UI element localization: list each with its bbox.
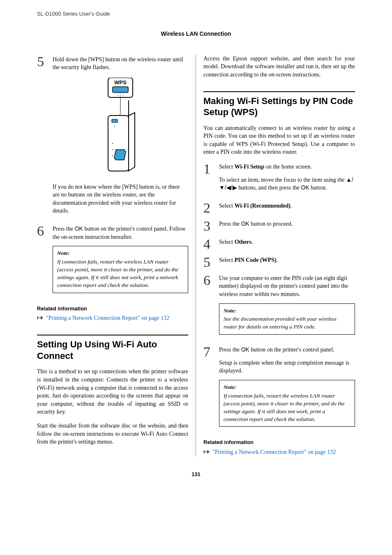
note-box: Note: If connection fails, restart the w…	[219, 380, 355, 427]
step-1: 1 Select Wi‑Fi Setup on the home screen.…	[203, 162, 355, 197]
step-number: 6	[203, 273, 219, 341]
step-number: 6	[37, 224, 53, 299]
page: SL-D1000 Series User's Guide Wireless LA…	[0, 0, 392, 490]
ok-button-label: OK	[241, 220, 249, 227]
pointer-icon	[203, 449, 211, 457]
step-text: To select an item, move the focus to the…	[219, 176, 355, 192]
related-info-heading: Related information	[203, 439, 355, 446]
svg-marker-18	[114, 150, 126, 160]
svg-marker-14	[129, 113, 135, 171]
step-number: 2	[203, 201, 219, 215]
left-column: 5 Hold down the [WPS] button on the wire…	[37, 55, 196, 456]
note-label: Note:	[224, 307, 350, 315]
svg-rect-1	[113, 87, 128, 92]
page-number: 131	[37, 471, 355, 478]
svg-point-15	[112, 143, 113, 144]
step-text: If you do not know where the [WPS] butto…	[53, 183, 188, 215]
step-2: 2 Select Wi‑Fi (Recommended).	[203, 201, 355, 215]
svg-line-7	[122, 94, 123, 95]
step-5: 5 Select PIN Code (WPS).	[203, 255, 355, 269]
step-text: Press the OK button on the printer's con…	[53, 225, 188, 241]
step-3: 3 Press the OK button to proceed.	[203, 219, 355, 233]
note-text: See the documentation provided with your…	[224, 316, 337, 330]
step-text: Hold down the [WPS] button on the wirele…	[53, 56, 188, 72]
ok-button-label: OK	[75, 225, 83, 232]
step-7: 7 Press the OK button on the printer's c…	[203, 345, 355, 433]
step-text: Select Wi‑Fi Setup on the home screen.	[219, 163, 355, 171]
step-body: Press the OK button on the printer's con…	[219, 345, 355, 433]
svg-point-12	[114, 126, 115, 127]
wps-router-figure: WPS	[53, 78, 188, 175]
step-4: 4 Select Others.	[203, 237, 355, 251]
ok-button-label: OK	[301, 184, 309, 191]
step-6: 6 Use your computer to enter the PIN cod…	[203, 273, 355, 341]
two-column-layout: 5 Hold down the [WPS] button on the wire…	[37, 55, 355, 456]
pointer-icon	[37, 314, 44, 323]
step-body: Press the OK button to proceed.	[219, 219, 355, 233]
step-body: Select Others.	[219, 237, 355, 251]
svg-point-17	[112, 155, 113, 157]
svg-line-6	[118, 94, 119, 95]
running-head: SL-D1000 Series User's Guide	[37, 10, 355, 18]
note-text: If connection fails, restart the wireles…	[57, 259, 178, 288]
section-heading: Setting Up Using Wi‑Fi Auto Connect	[37, 335, 188, 361]
section-heading: Making Wi‑Fi Settings by PIN Code Setup …	[203, 91, 355, 118]
svg-rect-10	[108, 116, 129, 171]
step-number: 5	[203, 255, 219, 269]
body-paragraph: Start the installer from the software di…	[37, 422, 188, 446]
body-paragraph: Access the Epson support website, and th…	[203, 55, 355, 79]
step-6: 6 Press the OK button on the printer's c…	[37, 224, 188, 299]
step-text: Select Wi‑Fi (Recommended).	[219, 202, 355, 210]
note-box: Note: If connection fails, restart the w…	[53, 246, 188, 293]
related-link-row: "Printing a Network Connection Report" o…	[37, 314, 188, 323]
step-number: 3	[203, 219, 219, 233]
note-box: Note: See the documentation provided wit…	[219, 303, 355, 335]
step-body: Select Wi‑Fi (Recommended).	[219, 201, 355, 215]
body-paragraph: You can automatically connect to an wire…	[203, 124, 355, 156]
step-text: Select Others.	[219, 238, 355, 246]
step-body: Select Wi‑Fi Setup on the home screen. T…	[219, 162, 355, 197]
step-text: Select PIN Code (WPS).	[219, 256, 355, 264]
svg-point-16	[112, 149, 113, 150]
svg-point-2	[120, 95, 121, 96]
wps-label: WPS	[114, 79, 127, 86]
related-link[interactable]: "Printing a Network Connection Report" o…	[46, 315, 169, 321]
note-label: Note:	[224, 384, 350, 391]
step-number: 4	[203, 237, 219, 251]
step-number: 7	[203, 345, 219, 433]
step-body: Use your computer to enter the PIN code …	[219, 273, 355, 341]
step-number: 1	[203, 162, 219, 197]
note-text: If connection fails, restart the wireles…	[224, 393, 345, 422]
step-text: Use your computer to enter the PIN code …	[219, 274, 355, 298]
step-text: Press the OK button to proceed.	[219, 220, 355, 228]
related-link-row: "Printing a Network Connection Report" o…	[203, 448, 355, 457]
right-column: Access the Epson support website, and th…	[196, 55, 355, 456]
step-number: 5	[37, 55, 53, 220]
ok-button-label: OK	[241, 346, 249, 353]
note-label: Note:	[57, 250, 184, 257]
chapter-title: Wireless LAN Connection	[37, 30, 355, 38]
related-link[interactable]: "Printing a Network Connection Report" o…	[212, 449, 336, 455]
step-text: Press the OK button on the printer's con…	[219, 346, 355, 354]
step-body: Select PIN Code (WPS).	[219, 255, 355, 269]
step-text: Setup is complete when the setup complet…	[219, 359, 355, 375]
svg-rect-11	[112, 119, 118, 123]
body-paragraph: This is a method to set up connections w…	[37, 368, 188, 416]
step-body: Press the OK button on the printer's con…	[53, 224, 188, 299]
step-body: Hold down the [WPS] button on the wirele…	[53, 55, 188, 220]
related-info-heading: Related information	[37, 305, 188, 312]
step-5: 5 Hold down the [WPS] button on the wire…	[37, 55, 188, 220]
